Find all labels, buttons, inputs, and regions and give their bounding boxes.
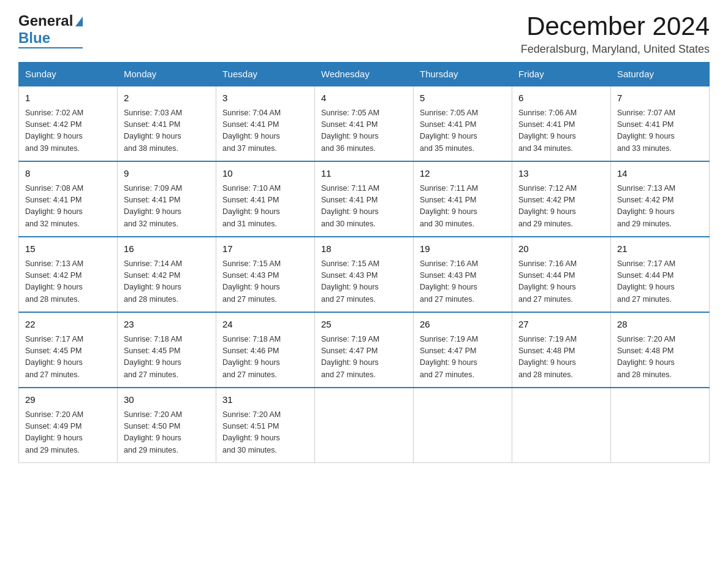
- calendar-header-row: SundayMondayTuesdayWednesdayThursdayFrid…: [19, 63, 710, 86]
- calendar-cell: 15Sunrise: 7:13 AMSunset: 4:42 PMDayligh…: [19, 237, 118, 312]
- day-number: 30: [124, 393, 210, 407]
- logo-underline: [18, 47, 83, 48]
- calendar-cell: 22Sunrise: 7:17 AMSunset: 4:45 PMDayligh…: [19, 312, 118, 388]
- calendar-cell: 8Sunrise: 7:08 AMSunset: 4:41 PMDaylight…: [19, 161, 118, 237]
- day-info: Sunrise: 7:17 AMSunset: 4:44 PMDaylight:…: [617, 258, 703, 306]
- day-number: 10: [222, 167, 308, 181]
- day-info: Sunrise: 7:20 AMSunset: 4:48 PMDaylight:…: [617, 334, 703, 381]
- page-header: General Blue December 2024 Federalsburg,…: [18, 12, 710, 56]
- calendar-cell: 20Sunrise: 7:16 AMSunset: 4:44 PMDayligh…: [512, 237, 611, 312]
- logo-blue-text: Blue: [18, 29, 50, 47]
- calendar-cell: [315, 388, 414, 463]
- day-info: Sunrise: 7:19 AMSunset: 4:47 PMDaylight:…: [321, 334, 407, 381]
- calendar-cell: [414, 388, 512, 463]
- calendar-cell: 29Sunrise: 7:20 AMSunset: 4:49 PMDayligh…: [19, 388, 118, 463]
- logo: General Blue: [18, 12, 83, 48]
- day-number: 8: [25, 167, 111, 181]
- calendar-week-row: 22Sunrise: 7:17 AMSunset: 4:45 PMDayligh…: [19, 312, 710, 388]
- day-info: Sunrise: 7:20 AMSunset: 4:50 PMDaylight:…: [124, 409, 210, 457]
- day-number: 24: [222, 318, 308, 332]
- day-number: 25: [321, 318, 407, 332]
- day-info: Sunrise: 7:09 AMSunset: 4:41 PMDaylight:…: [124, 183, 210, 231]
- calendar-cell: 17Sunrise: 7:15 AMSunset: 4:43 PMDayligh…: [216, 237, 315, 312]
- day-header-monday: Monday: [118, 63, 216, 86]
- day-info: Sunrise: 7:20 AMSunset: 4:49 PMDaylight:…: [25, 409, 111, 457]
- day-number: 15: [25, 242, 111, 256]
- day-number: 17: [222, 242, 308, 256]
- calendar-cell: 21Sunrise: 7:17 AMSunset: 4:44 PMDayligh…: [611, 237, 710, 312]
- day-header-tuesday: Tuesday: [216, 63, 315, 86]
- day-info: Sunrise: 7:16 AMSunset: 4:43 PMDaylight:…: [420, 258, 506, 306]
- calendar-cell: 14Sunrise: 7:13 AMSunset: 4:42 PMDayligh…: [611, 161, 710, 237]
- day-info: Sunrise: 7:02 AMSunset: 4:42 PMDaylight:…: [25, 107, 111, 155]
- day-number: 27: [518, 318, 604, 332]
- day-info: Sunrise: 7:13 AMSunset: 4:42 PMDaylight:…: [25, 258, 111, 306]
- title-block: December 2024 Federalsburg, Maryland, Un…: [521, 12, 710, 56]
- day-header-wednesday: Wednesday: [315, 63, 414, 86]
- calendar-cell: 16Sunrise: 7:14 AMSunset: 4:42 PMDayligh…: [118, 237, 216, 312]
- day-number: 1: [25, 91, 111, 105]
- day-info: Sunrise: 7:14 AMSunset: 4:42 PMDaylight:…: [124, 258, 210, 306]
- day-header-thursday: Thursday: [414, 63, 512, 86]
- day-number: 21: [617, 242, 703, 256]
- calendar-cell: 4Sunrise: 7:05 AMSunset: 4:41 PMDaylight…: [315, 86, 414, 161]
- day-number: 5: [420, 91, 506, 105]
- calendar-cell: 19Sunrise: 7:16 AMSunset: 4:43 PMDayligh…: [414, 237, 512, 312]
- calendar-cell: 23Sunrise: 7:18 AMSunset: 4:45 PMDayligh…: [118, 312, 216, 388]
- day-info: Sunrise: 7:19 AMSunset: 4:47 PMDaylight:…: [420, 334, 506, 381]
- day-number: 11: [321, 167, 407, 181]
- day-header-sunday: Sunday: [19, 63, 118, 86]
- calendar-cell: 1Sunrise: 7:02 AMSunset: 4:42 PMDaylight…: [19, 86, 118, 161]
- day-info: Sunrise: 7:20 AMSunset: 4:51 PMDaylight:…: [222, 409, 308, 457]
- day-number: 14: [617, 167, 703, 181]
- day-header-saturday: Saturday: [611, 63, 710, 86]
- day-info: Sunrise: 7:18 AMSunset: 4:45 PMDaylight:…: [124, 334, 210, 381]
- page-title: December 2024: [521, 12, 710, 40]
- calendar-cell: 27Sunrise: 7:19 AMSunset: 4:48 PMDayligh…: [512, 312, 611, 388]
- day-info: Sunrise: 7:05 AMSunset: 4:41 PMDaylight:…: [321, 107, 407, 155]
- subtitle: Federalsburg, Maryland, United States: [521, 43, 710, 56]
- day-number: 19: [420, 242, 506, 256]
- day-number: 9: [124, 167, 210, 181]
- calendar-cell: 28Sunrise: 7:20 AMSunset: 4:48 PMDayligh…: [611, 312, 710, 388]
- day-number: 13: [518, 167, 604, 181]
- day-number: 28: [617, 318, 703, 332]
- calendar-cell: 2Sunrise: 7:03 AMSunset: 4:41 PMDaylight…: [118, 86, 216, 161]
- calendar-cell: 26Sunrise: 7:19 AMSunset: 4:47 PMDayligh…: [414, 312, 512, 388]
- day-info: Sunrise: 7:13 AMSunset: 4:42 PMDaylight:…: [617, 183, 703, 231]
- day-number: 7: [617, 91, 703, 105]
- day-info: Sunrise: 7:15 AMSunset: 4:43 PMDaylight:…: [222, 258, 308, 306]
- day-info: Sunrise: 7:07 AMSunset: 4:41 PMDaylight:…: [617, 107, 703, 155]
- day-number: 16: [124, 242, 210, 256]
- day-number: 12: [420, 167, 506, 181]
- calendar-cell: 31Sunrise: 7:20 AMSunset: 4:51 PMDayligh…: [216, 388, 315, 463]
- calendar-cell: 18Sunrise: 7:15 AMSunset: 4:43 PMDayligh…: [315, 237, 414, 312]
- day-number: 31: [222, 393, 308, 407]
- day-info: Sunrise: 7:16 AMSunset: 4:44 PMDaylight:…: [518, 258, 604, 306]
- calendar-cell: 10Sunrise: 7:10 AMSunset: 4:41 PMDayligh…: [216, 161, 315, 237]
- calendar-week-row: 8Sunrise: 7:08 AMSunset: 4:41 PMDaylight…: [19, 161, 710, 237]
- calendar-table: SundayMondayTuesdayWednesdayThursdayFrid…: [18, 62, 710, 463]
- day-number: 3: [222, 91, 308, 105]
- calendar-cell: [611, 388, 710, 463]
- day-number: 6: [518, 91, 604, 105]
- calendar-cell: 3Sunrise: 7:04 AMSunset: 4:41 PMDaylight…: [216, 86, 315, 161]
- calendar-cell: 24Sunrise: 7:18 AMSunset: 4:46 PMDayligh…: [216, 312, 315, 388]
- day-number: 23: [124, 318, 210, 332]
- calendar-cell: 5Sunrise: 7:05 AMSunset: 4:41 PMDaylight…: [414, 86, 512, 161]
- day-info: Sunrise: 7:03 AMSunset: 4:41 PMDaylight:…: [124, 107, 210, 155]
- calendar-cell: 12Sunrise: 7:11 AMSunset: 4:41 PMDayligh…: [414, 161, 512, 237]
- day-info: Sunrise: 7:12 AMSunset: 4:42 PMDaylight:…: [518, 183, 604, 231]
- day-info: Sunrise: 7:17 AMSunset: 4:45 PMDaylight:…: [25, 334, 111, 381]
- calendar-cell: 7Sunrise: 7:07 AMSunset: 4:41 PMDaylight…: [611, 86, 710, 161]
- day-info: Sunrise: 7:11 AMSunset: 4:41 PMDaylight:…: [321, 183, 407, 231]
- calendar-cell: 9Sunrise: 7:09 AMSunset: 4:41 PMDaylight…: [118, 161, 216, 237]
- day-info: Sunrise: 7:05 AMSunset: 4:41 PMDaylight:…: [420, 107, 506, 155]
- day-info: Sunrise: 7:08 AMSunset: 4:41 PMDaylight:…: [25, 183, 111, 231]
- day-info: Sunrise: 7:11 AMSunset: 4:41 PMDaylight:…: [420, 183, 506, 231]
- logo-general-text: General: [18, 12, 73, 29]
- day-number: 18: [321, 242, 407, 256]
- day-number: 2: [124, 91, 210, 105]
- day-number: 20: [518, 242, 604, 256]
- day-number: 4: [321, 91, 407, 105]
